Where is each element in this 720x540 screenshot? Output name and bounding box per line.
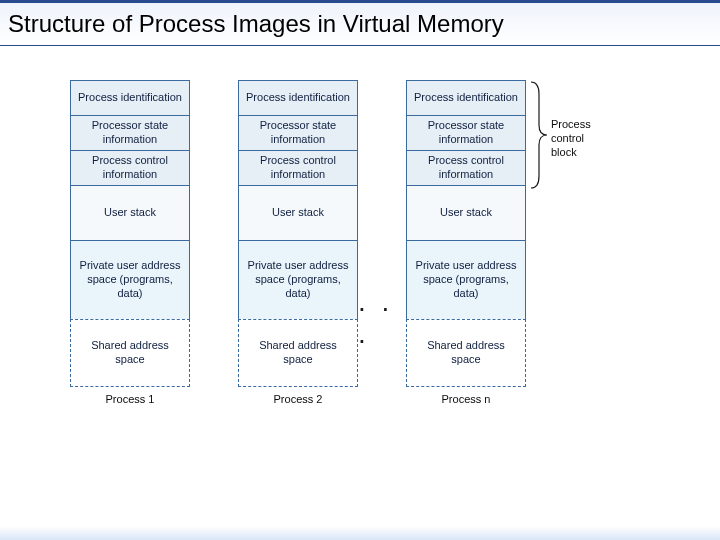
column-caption: Process n (406, 393, 526, 405)
title-bar: Structure of Process Images in Virtual M… (0, 0, 720, 46)
cell-process-control-information: Process control information (70, 150, 190, 186)
cell-process-control-information: Process control information (406, 150, 526, 186)
process-column-1: Process identification Processor state i… (70, 80, 190, 405)
cell-process-identification: Process identification (238, 80, 358, 116)
pcb-brace-label: Process control block (551, 118, 591, 159)
cell-processor-state-information: Processor state information (70, 115, 190, 151)
cell-shared-address-space: Shared address space (238, 319, 358, 387)
cell-process-identification: Process identification (70, 80, 190, 116)
process-column-n: Process identification Processor state i… (406, 80, 526, 405)
diagram: Process identification Processor state i… (0, 80, 720, 405)
pcb-brace-label-line: Process (551, 118, 591, 130)
column-caption: Process 2 (238, 393, 358, 405)
cell-user-stack: User stack (70, 185, 190, 241)
cell-processor-state-information: Processor state information (238, 115, 358, 151)
ellipsis: . . . (358, 80, 406, 390)
pcb-brace-label-line: block (551, 146, 577, 158)
columns-group: Process identification Processor state i… (70, 80, 526, 405)
page-title: Structure of Process Images in Virtual M… (8, 10, 504, 38)
cell-user-stack: User stack (238, 185, 358, 241)
cell-shared-address-space: Shared address space (70, 319, 190, 387)
brace-icon (529, 80, 549, 190)
cell-private-user-address-space: Private user address space (programs, da… (406, 240, 526, 320)
cell-processor-state-information: Processor state information (406, 115, 526, 151)
cell-private-user-address-space: Private user address space (programs, da… (238, 240, 358, 320)
cell-private-user-address-space: Private user address space (programs, da… (70, 240, 190, 320)
cell-user-stack: User stack (406, 185, 526, 241)
column-gap (190, 80, 238, 390)
cell-process-control-information: Process control information (238, 150, 358, 186)
cell-shared-address-space: Shared address space (406, 319, 526, 387)
pcb-brace: Process control block (529, 80, 549, 190)
pcb-brace-label-line: control (551, 132, 584, 144)
process-column-2: Process identification Processor state i… (238, 80, 358, 405)
column-caption: Process 1 (70, 393, 190, 405)
cell-process-identification: Process identification (406, 80, 526, 116)
